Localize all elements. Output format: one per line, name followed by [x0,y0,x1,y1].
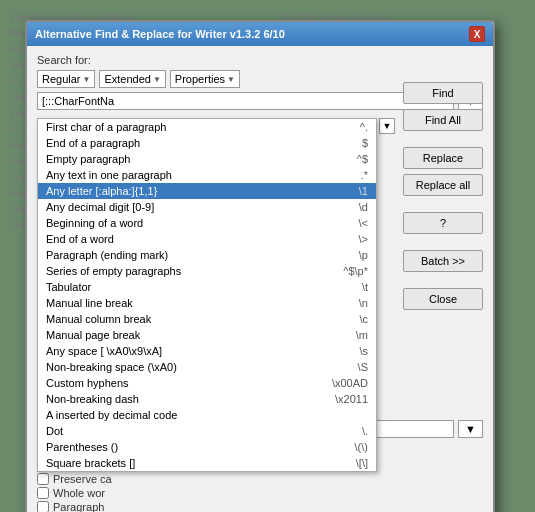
extended-dropdown[interactable]: Extended ▼ [99,70,165,88]
menu-item-parentheses[interactable]: Parentheses () \(\) [38,439,376,455]
menu-item-end-word[interactable]: End of a word \> [38,231,376,247]
whole-word-label: Whole wor [53,487,105,499]
menu-item-empty-paragraph[interactable]: Empty paragraph ^$ [38,151,376,167]
search-input[interactable] [37,92,454,110]
menu-item-series-empty[interactable]: Series of empty paragraphs ^$\p* [38,263,376,279]
menu-item-non-breaking-space[interactable]: Non-breaking space (\xA0) \S [38,359,376,375]
preserve-case-checkbox[interactable] [37,473,49,485]
menu-item-line-break[interactable]: Manual line break \n [38,295,376,311]
extended-dropdown-arrow: ▼ [153,75,161,84]
menu-item-first-char[interactable]: First char of a paragraph ^. [38,119,376,135]
paragraph-row: Paragraph [37,501,483,512]
menu-item-decimal-digit[interactable]: Any decimal digit [0-9] \d [38,199,376,215]
menu-item-tabulator[interactable]: Tabulator \t [38,279,376,295]
properties-dropdown-arrow: ▼ [227,75,235,84]
menu-item-custom-hyphens[interactable]: Custom hyphens \x00AD [38,375,376,391]
question-button[interactable]: ? [403,212,483,234]
dialog-body: Search for: Regular ▼ Extended ▼ Propert… [27,46,493,512]
menu-item-column-break[interactable]: Manual column break \c [38,311,376,327]
replace-expand-btn[interactable]: ▼ [458,420,483,438]
whole-word-checkbox[interactable] [37,487,49,499]
menu-item-beginning-word[interactable]: Beginning of a word \< [38,215,376,231]
regular-dropdown[interactable]: Regular ▼ [37,70,95,88]
find-button[interactable]: Find [403,82,483,104]
right-panel-arrows: ▼ [379,118,395,134]
dropdown-menu: First char of a paragraph ^. End of a pa… [37,118,377,472]
replace-all-button[interactable]: Replace all [403,174,483,196]
menu-item-any-text[interactable]: Any text in one paragraph .* [38,167,376,183]
search-arrow-btn[interactable]: ▼ [379,118,395,134]
dialog-title: Alternative Find & Replace for Writer v1… [35,28,285,40]
whole-word-row: Whole wor [37,487,483,499]
menu-item-decimal-code[interactable]: A inserted by decimal code [38,407,376,423]
close-title-button[interactable]: X [469,26,485,42]
preserve-case-label: Preserve ca [53,473,112,485]
batch-button[interactable]: Batch >> [403,250,483,272]
menu-item-any-letter[interactable]: Any letter [:alpha:]{1,1} \1 [38,183,376,199]
search-for-label: Search for: [37,54,483,66]
title-bar: Alternative Find & Replace for Writer v1… [27,22,493,46]
menu-item-page-break[interactable]: Manual page break \m [38,327,376,343]
replace-button[interactable]: Replace [403,147,483,169]
menu-item-square-brackets[interactable]: Square brackets [] \[\] [38,455,376,471]
paragraph-label: Paragraph [53,501,104,512]
regular-dropdown-arrow: ▼ [83,75,91,84]
buttons-column: Find Find All Replace Replace all ? Batc… [403,82,483,310]
paragraph-checkbox[interactable] [37,501,49,512]
preserve-case-row: Preserve ca [37,473,483,485]
close-button[interactable]: Close [403,288,483,310]
menu-item-dot[interactable]: Dot \. [38,423,376,439]
menu-item-any-space[interactable]: Any space [ \xA0\x9\xA] \s [38,343,376,359]
find-all-button[interactable]: Find All [403,109,483,131]
menu-item-paragraph-mark[interactable]: Paragraph (ending mark) \p [38,247,376,263]
menu-item-end-paragraph[interactable]: End of a paragraph $ [38,135,376,151]
properties-dropdown[interactable]: Properties ▼ [170,70,240,88]
dialog: Alternative Find & Replace for Writer v1… [25,20,495,512]
menu-item-non-breaking-dash[interactable]: Non-breaking dash \x2011 [38,391,376,407]
